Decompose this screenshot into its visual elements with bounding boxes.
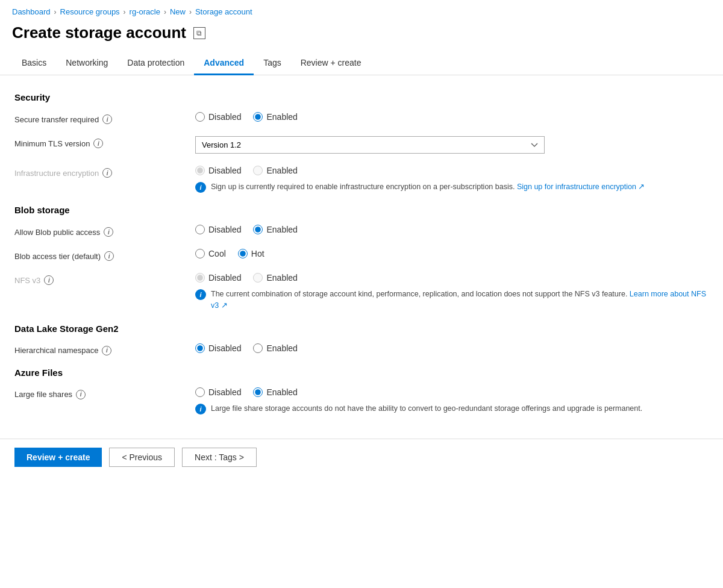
infra-encryption-disabled-radio[interactable] [195, 166, 205, 175]
nfs-v3-enabled-option[interactable]: Enabled [253, 273, 297, 283]
infra-encryption-control: Disabled Enabled i Sign up is currently … [195, 166, 709, 193]
secure-transfer-disabled-radio[interactable] [195, 112, 205, 122]
blob-storage-section-title: Blob storage [14, 205, 709, 215]
large-file-shares-info-box: i Large file share storage accounts do n… [195, 403, 709, 414]
nfs-v3-radio-group: Disabled Enabled [195, 273, 709, 283]
security-section-title: Security [14, 92, 709, 102]
large-file-shares-enabled-option[interactable]: Enabled [253, 387, 297, 397]
secure-transfer-label: Secure transfer required i [14, 112, 195, 124]
infra-encryption-enabled-radio[interactable] [253, 166, 263, 175]
copy-icon[interactable] [193, 27, 205, 39]
nfs-v3-row: NFS v3 i Disabled Enabled i The current … [14, 273, 709, 311]
secure-transfer-enabled-radio[interactable] [253, 112, 263, 122]
secure-transfer-control: Disabled Enabled [195, 112, 709, 122]
footer: Review + create < Previous Next : Tags > [0, 439, 723, 475]
blob-public-access-disabled-radio[interactable] [195, 225, 205, 234]
blob-access-tier-cool-radio[interactable] [195, 249, 205, 258]
blob-public-access-info-icon[interactable]: i [104, 227, 113, 237]
hierarchical-namespace-enabled-radio[interactable] [253, 343, 263, 353]
large-file-shares-info-text: Large file share storage accounts do not… [211, 403, 642, 414]
infra-encryption-enabled-option[interactable]: Enabled [253, 166, 297, 175]
large-file-shares-info-circle: i [195, 404, 206, 414]
infra-encryption-label: Infrastructure encryption i [14, 166, 195, 178]
large-file-shares-disabled-radio[interactable] [195, 387, 205, 397]
blob-access-tier-row: Blob access tier (default) i Cool Hot [14, 249, 709, 261]
next-tags-button[interactable]: Next : Tags > [182, 448, 257, 467]
tab-review-create[interactable]: Review + create [291, 52, 371, 75]
infra-encryption-row: Infrastructure encryption i Disabled Ena… [14, 166, 709, 193]
breadcrumb-dashboard[interactable]: Dashboard [12, 7, 51, 16]
tls-version-select[interactable]: Version 1.0 Version 1.1 Version 1.2 [195, 136, 545, 154]
tabs-nav: Basics Networking Data protection Advanc… [0, 52, 723, 75]
hierarchical-namespace-info-icon[interactable]: i [102, 346, 111, 355]
tab-basics[interactable]: Basics [12, 52, 56, 75]
blob-public-access-disabled-option[interactable]: Disabled [195, 225, 241, 234]
main-content: Security Secure transfer required i Disa… [0, 75, 723, 439]
azure-files-section-title: Azure Files [14, 367, 709, 378]
secure-transfer-row: Secure transfer required i Disabled Enab… [14, 112, 709, 124]
infra-encryption-info-box: i Sign up is currently required to enabl… [195, 181, 709, 193]
large-file-shares-label: Large file shares i [14, 387, 195, 399]
nfs-v3-label: NFS v3 i [14, 273, 195, 285]
blob-access-tier-label: Blob access tier (default) i [14, 249, 195, 261]
infra-encryption-info-text: Sign up is currently required to enable … [211, 181, 645, 193]
large-file-shares-control: Disabled Enabled i Large file share stor… [195, 387, 709, 414]
nfs-v3-disabled-option[interactable]: Disabled [195, 273, 241, 283]
nfs-v3-info-text: The current combination of storage accou… [211, 289, 709, 311]
tls-version-info-icon[interactable]: i [93, 139, 103, 148]
breadcrumb: Dashboard › Resource groups › rg-oracle … [0, 0, 723, 21]
breadcrumb-new[interactable]: New [170, 7, 186, 16]
blob-access-tier-info-icon[interactable]: i [104, 251, 114, 261]
infra-encryption-info-circle: i [195, 182, 206, 193]
blob-access-tier-cool-option[interactable]: Cool [195, 249, 226, 258]
blob-access-tier-control: Cool Hot [195, 249, 709, 258]
breadcrumb-rg-oracle[interactable]: rg-oracle [130, 7, 160, 16]
blob-public-access-enabled-option[interactable]: Enabled [253, 225, 297, 234]
nfs-v3-info-icon[interactable]: i [44, 275, 54, 285]
data-lake-section-title: Data Lake Storage Gen2 [14, 324, 709, 334]
nfs-v3-disabled-radio[interactable] [195, 273, 205, 283]
blob-public-access-label: Allow Blob public access i [14, 225, 195, 237]
review-create-button[interactable]: Review + create [14, 448, 102, 467]
infra-encryption-radio-group: Disabled Enabled [195, 166, 709, 175]
hierarchical-namespace-enabled-option[interactable]: Enabled [253, 343, 297, 353]
tls-version-control: Version 1.0 Version 1.1 Version 1.2 [195, 136, 709, 154]
blob-public-access-control: Disabled Enabled [195, 225, 709, 234]
large-file-shares-radio-group: Disabled Enabled [195, 387, 709, 397]
tab-data-protection[interactable]: Data protection [117, 52, 194, 75]
previous-button[interactable]: < Previous [109, 448, 175, 467]
large-file-shares-row: Large file shares i Disabled Enabled i L… [14, 387, 709, 414]
large-file-shares-disabled-option[interactable]: Disabled [195, 387, 241, 397]
tab-tags[interactable]: Tags [254, 52, 291, 75]
secure-transfer-info-icon[interactable]: i [102, 114, 112, 124]
breadcrumb-resource-groups[interactable]: Resource groups [60, 7, 120, 16]
infra-encryption-disabled-option[interactable]: Disabled [195, 166, 241, 175]
blob-access-tier-hot-option[interactable]: Hot [238, 249, 264, 258]
hierarchical-namespace-control: Disabled Enabled [195, 343, 709, 353]
secure-transfer-disabled-option[interactable]: Disabled [195, 112, 241, 122]
blob-public-access-row: Allow Blob public access i Disabled Enab… [14, 225, 709, 237]
tab-advanced[interactable]: Advanced [194, 52, 254, 75]
breadcrumb-storage-account[interactable]: Storage account [195, 7, 252, 16]
large-file-shares-info-icon[interactable]: i [76, 390, 86, 399]
tls-version-label: Minimum TLS version i [14, 136, 195, 148]
nfs-v3-info-box: i The current combination of storage acc… [195, 289, 709, 311]
page-title: Create storage account [12, 23, 186, 42]
nfs-v3-control: Disabled Enabled i The current combinati… [195, 273, 709, 311]
large-file-shares-enabled-radio[interactable] [253, 387, 263, 397]
hierarchical-namespace-row: Hierarchical namespace i Disabled Enable… [14, 343, 709, 355]
blob-access-tier-hot-radio[interactable] [238, 249, 248, 258]
infra-encryption-info-icon[interactable]: i [102, 168, 112, 178]
tls-version-row: Minimum TLS version i Version 1.0 Versio… [14, 136, 709, 154]
hierarchical-namespace-disabled-option[interactable]: Disabled [195, 343, 241, 353]
secure-transfer-enabled-option[interactable]: Enabled [253, 112, 297, 122]
page-header: Create storage account [0, 21, 723, 52]
hierarchical-namespace-label: Hierarchical namespace i [14, 343, 195, 355]
hierarchical-namespace-disabled-radio[interactable] [195, 343, 205, 353]
infra-encryption-signup-link[interactable]: Sign up for infrastructure encryption ↗ [517, 183, 645, 191]
tab-networking[interactable]: Networking [56, 52, 117, 75]
nfs-v3-info-circle: i [195, 289, 206, 300]
nfs-v3-enabled-radio[interactable] [253, 273, 263, 283]
blob-public-access-enabled-radio[interactable] [253, 225, 263, 234]
